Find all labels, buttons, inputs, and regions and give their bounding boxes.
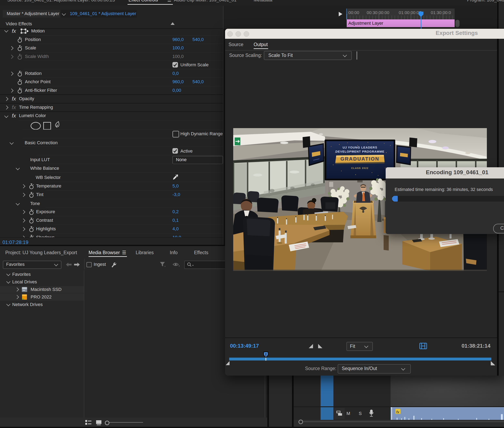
svg-text:DEVELOPMENT PROGRAMME: DEVELOPMENT PROGRAMME: [335, 150, 384, 153]
svg-text:UJ YOUNG LEADERS: UJ YOUNG LEADERS: [343, 146, 377, 149]
svg-text:CLASS 2022: CLASS 2022: [351, 167, 369, 169]
svg-text:GRADUATION: GRADUATION: [340, 156, 380, 162]
